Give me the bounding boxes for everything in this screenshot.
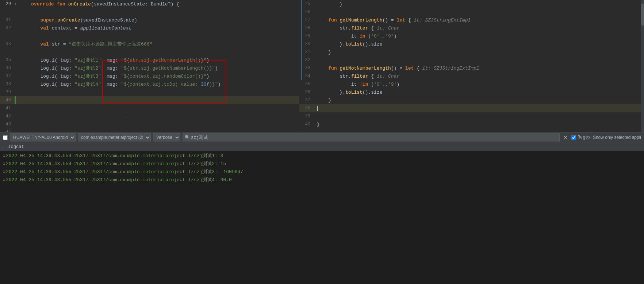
line-number-36: 36 xyxy=(0,66,15,71)
code-line-40: 40 xyxy=(0,96,299,104)
logcat-line-2: i 2022-04-25 14:39:43.554 25317-25317/co… xyxy=(0,160,644,168)
show-selected-button[interactable]: Show only selected appli xyxy=(593,135,641,140)
right-line-number-34: 34 xyxy=(299,74,314,79)
right-line-content-35: it !in ('0'..'9') xyxy=(315,82,644,87)
right-line-number-38: 38 xyxy=(299,106,314,111)
code-line-31: 31 super.onCreate(savedInstanceState) xyxy=(0,16,299,24)
right-line-26: 26 xyxy=(299,8,644,16)
right-line-32: 32 xyxy=(299,56,644,64)
logcat-text-3: 2022-04-25 14:39:43.555 25317-25317/com.… xyxy=(6,168,243,175)
line-number-37: 37 xyxy=(0,74,15,79)
right-line-content-31: } xyxy=(315,50,644,55)
code-line-42: 42 ● xyxy=(0,112,299,120)
code-line-37: 37 Log.i( tag: "szj测试3", msg: "${context… xyxy=(0,72,299,80)
logcat-section-header: = logcat xyxy=(0,143,644,151)
code-line-41: 41 xyxy=(0,104,299,112)
right-line-number-36: 36 xyxy=(299,90,314,95)
arrow-up-indicator: ↑ xyxy=(15,2,17,6)
line-content-29: override fun onCreate(savedInstanceState… xyxy=(18,1,299,7)
right-line-number-35: 35 xyxy=(299,82,314,87)
left-pane: 29 ↑ override fun onCreate(savedInstance… xyxy=(0,0,299,132)
logcat-marker-3: i xyxy=(3,170,6,174)
code-line-29: 29 ↑ override fun onCreate(savedInstance… xyxy=(0,0,299,8)
regex-label: Regex xyxy=(571,135,591,140)
logcat-toolbar: HUAWEI TNY-AL00 Android 10, / com.exampl… xyxy=(0,132,644,143)
editor-area: 29 ↑ override fun onCreate(savedInstance… xyxy=(0,0,644,132)
right-line-36: 36 }.toList().size xyxy=(299,88,644,96)
clear-search-button[interactable]: ✕ xyxy=(562,135,569,140)
device-select[interactable]: HUAWEI TNY-AL00 Android 10, / xyxy=(10,133,76,141)
right-line-39: 39 xyxy=(299,112,644,120)
code-line-blank1 xyxy=(0,8,299,16)
show-selected-label: Show only selected appli xyxy=(593,135,641,140)
right-line-33: 33 fun getNotNumberLength() = let { it: … xyxy=(299,64,644,72)
line-content-33: val str = "点击关注不迷路,博主带你上高速666" xyxy=(16,41,299,47)
right-line-34: 34 str.filter { it: Char xyxy=(299,72,644,80)
logcat-output: i 2022-04-25 14:39:43.554 25317-25317/co… xyxy=(0,151,644,284)
level-select[interactable]: VerboseDebugInfoWarnError xyxy=(153,133,180,141)
line-number-40: 40 xyxy=(0,98,15,103)
right-line-number-40: 40 xyxy=(299,122,314,127)
logcat-text-2: 2022-04-25 14:39:43.554 25317-25317/com.… xyxy=(6,160,226,167)
right-line-40: 40 } xyxy=(299,120,644,128)
right-line-number-30: 30 xyxy=(299,42,314,47)
right-line-content-33: fun getNotNumberLength() = let { it: SZJ… xyxy=(315,66,644,71)
right-line-number-31: 31 xyxy=(299,50,314,55)
line-content-38: Log.i( tag: "szj测试4", msg: "${context.sz… xyxy=(16,81,299,87)
right-line-29: 29 it in ('0'..'9') xyxy=(299,32,644,40)
line-content-37: Log.i( tag: "szj测试3", msg: "${context.sz… xyxy=(16,73,299,79)
line-content-35: Log.i( tag: "szj测试1", msg: "${str.szj.ge… xyxy=(16,57,299,63)
right-line-content-28: str.filter { it: Char xyxy=(315,26,644,31)
line-content-36: Log.i( tag: "szj测试2", msg: "${str.szj.ge… xyxy=(16,65,299,71)
right-line-number-25: 25 xyxy=(299,1,314,7)
code-line-44: 44 xyxy=(0,128,299,132)
search-input[interactable] xyxy=(183,133,560,141)
right-line-content-34: str.filter { it: Char xyxy=(315,74,644,79)
right-line-content-30: }.toList().size xyxy=(315,42,644,47)
line-number-29: 29 xyxy=(0,1,15,7)
logcat-text-4: 2022-04-25 14:39:43.555 25317-25317/com.… xyxy=(6,176,232,183)
search-icon: 🔍 xyxy=(185,135,190,140)
logcat-marker-2: i xyxy=(3,162,6,166)
logcat-marker-1: i xyxy=(3,153,6,158)
right-line-content-36: }.toList().size xyxy=(315,90,644,95)
vscroll-thumb-right[interactable] xyxy=(641,4,644,26)
line-number-33: 33 xyxy=(0,42,15,47)
line-content-42: ● xyxy=(16,114,299,119)
line-number-42: 42 xyxy=(0,114,15,119)
line-number-43: 43 xyxy=(0,122,15,127)
code-line-36: 36 Log.i( tag: "szj测试2", msg: "${str.szj… xyxy=(0,64,299,72)
right-line-27: 27 fun getNumberLength() = let { it: SZJ… xyxy=(299,16,644,24)
line-number-31: 31 xyxy=(0,17,15,23)
right-pane: 25 } 26 27 fun getNumberLength() = let {… xyxy=(299,0,644,132)
package-select[interactable]: com.example.meterialproject (253) xyxy=(78,133,151,141)
vertical-scrollbar-right[interactable] xyxy=(641,0,644,132)
line-content-32: val context = applicationContext xyxy=(16,26,299,31)
code-line-35: 35 Log.i( tag: "szj测试1", msg: "${str.szj… xyxy=(0,56,299,64)
regex-text: Regex xyxy=(578,135,591,140)
main-container: 29 ↑ override fun onCreate(savedInstance… xyxy=(0,0,644,284)
code-line-32: 32 val context = applicationContext xyxy=(0,24,299,32)
code-editor-left: 29 ↑ override fun onCreate(savedInstance… xyxy=(0,0,299,132)
regex-checkbox[interactable] xyxy=(571,135,576,140)
line-number-32: 32 xyxy=(0,26,15,31)
code-line-blank2 xyxy=(0,32,299,40)
right-line-number-37: 37 xyxy=(299,98,314,103)
logcat-line-3: i 2022-04-25 14:39:43.555 25317-25317/co… xyxy=(0,168,644,176)
right-line-30: 30 }.toList().size xyxy=(299,40,644,48)
logcat-line-4: i 2022-04-25 14:39:43.555 25317-25317/co… xyxy=(0,176,644,184)
right-line-number-26: 26 xyxy=(299,9,314,15)
right-line-25: 25 } xyxy=(299,0,644,8)
right-line-content-25: } xyxy=(315,1,644,7)
right-line-content-38 xyxy=(315,106,644,111)
line-number-35: 35 xyxy=(0,58,15,63)
right-line-number-28: 28 xyxy=(299,26,314,31)
right-line-28: 28 str.filter { it: Char xyxy=(299,24,644,32)
right-line-content-37: } xyxy=(315,98,644,103)
right-line-number-27: 27 xyxy=(299,17,314,23)
search-container: 🔍 xyxy=(183,133,560,141)
code-line-38: 38 Log.i( tag: "szj测试4", msg: "${context… xyxy=(0,80,299,88)
line-content-31: super.onCreate(savedInstanceState) xyxy=(16,17,299,23)
device-checkbox[interactable] xyxy=(3,135,8,140)
code-line-33: 33 val str = "点击关注不迷路,博主带你上高速666" xyxy=(0,40,299,48)
